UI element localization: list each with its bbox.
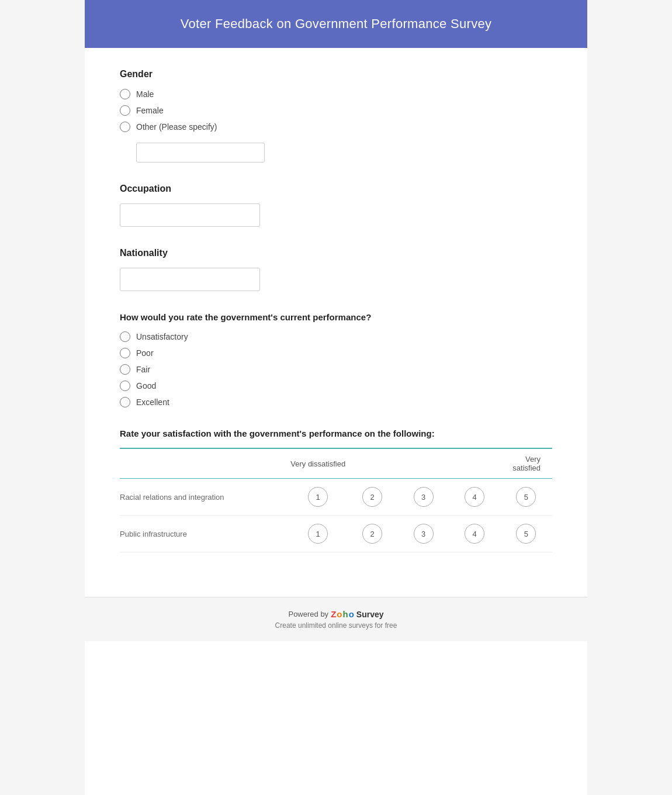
rating-radio-unsatisfactory[interactable] (120, 331, 130, 342)
header-col-empty2 (398, 448, 449, 479)
nationality-label: Nationality (120, 248, 552, 258)
rating-cell-1-3[interactable]: 4 (449, 516, 500, 552)
survey-header: Voter Feedback on Government Performance… (85, 0, 587, 48)
rating-radio-label-1-2[interactable]: 3 (414, 524, 434, 544)
powered-by-text: Powered by (288, 610, 328, 618)
rating-cell-1-0[interactable]: 1 (289, 516, 347, 552)
rating-radio-label-1-4[interactable]: 5 (516, 524, 536, 544)
rating-option-unsatisfactory[interactable]: Unsatisfactory (120, 331, 552, 342)
nationality-section: Nationality (120, 248, 552, 291)
header-col-left (120, 448, 289, 479)
rating-radio-label-0-0[interactable]: 1 (308, 487, 328, 507)
satisfaction-question-text: Rate your satisfaction with the governme… (120, 428, 552, 438)
gender-other-input[interactable] (136, 143, 265, 163)
rating-radio-fair[interactable] (120, 364, 130, 375)
occupation-section: Occupation (120, 184, 552, 227)
zoho-z: Z (331, 609, 336, 619)
row-label-0: Racial relations and integration (120, 479, 289, 516)
gender-option-male[interactable]: Male (120, 89, 552, 99)
gender-radio-male[interactable] (120, 89, 130, 99)
survey-title: Voter Feedback on Government Performance… (108, 16, 564, 32)
rating-radio-label-0-1[interactable]: 2 (362, 487, 382, 507)
header-col-dissatisfied: Very dissatisfied (289, 448, 347, 479)
rating-radio-good[interactable] (120, 381, 130, 391)
rating-radio-label-0-3[interactable]: 4 (465, 487, 484, 507)
rating-cell-0-1[interactable]: 2 (347, 479, 398, 516)
survey-brand-text: Survey (356, 610, 384, 619)
rating-radio-excellent[interactable] (120, 397, 130, 407)
rating-radio-label-0-2[interactable]: 3 (414, 487, 434, 507)
gender-label: Gender (120, 69, 552, 80)
performance-rating-section: How would you rate the government's curr… (120, 312, 552, 407)
rating-option-poor[interactable]: Poor (120, 348, 552, 358)
gender-label-other: Other (Please specify) (136, 122, 217, 132)
zoho-o: o (337, 609, 342, 619)
rating-option-good[interactable]: Good (120, 381, 552, 391)
rating-label-fair: Fair (136, 365, 150, 374)
rating-cell-0-3[interactable]: 4 (449, 479, 500, 516)
rating-cell-0-2[interactable]: 3 (398, 479, 449, 516)
rating-radio-label-0-4[interactable]: 5 (516, 487, 536, 507)
rating-label-good: Good (136, 381, 156, 390)
table-row: Public infrastructure12345 (120, 516, 552, 552)
rating-label-poor: Poor (136, 348, 154, 358)
zoho-logo: Zoho (331, 609, 354, 619)
gender-radio-female[interactable] (120, 105, 130, 116)
occupation-label: Occupation (120, 184, 552, 194)
rating-cell-0-0[interactable]: 1 (289, 479, 347, 516)
rating-label-excellent: Excellent (136, 398, 169, 407)
satisfaction-section: Rate your satisfaction with the governme… (120, 428, 552, 552)
header-col-satisfied: Very satisfied (500, 448, 552, 479)
table-row: Racial relations and integration12345 (120, 479, 552, 516)
rating-radio-label-1-3[interactable]: 4 (465, 524, 484, 544)
page-wrapper: Voter Feedback on Government Performance… (85, 0, 587, 795)
rating-option-fair[interactable]: Fair (120, 364, 552, 375)
header-col-empty3 (449, 448, 500, 479)
satisfaction-table: Very dissatisfied Very satisfied Racial … (120, 448, 552, 552)
rating-radio-poor[interactable] (120, 348, 130, 358)
occupation-input[interactable] (120, 203, 260, 227)
page-footer: Powered by Zoho Survey Create unlimited … (85, 597, 587, 641)
rating-cell-1-2[interactable]: 3 (398, 516, 449, 552)
header-col-empty1 (347, 448, 398, 479)
gender-option-other[interactable]: Other (Please specify) (120, 122, 552, 132)
gender-label-male: Male (136, 89, 154, 99)
performance-rating-question: How would you rate the government's curr… (120, 312, 552, 322)
zoho-o2: o (349, 609, 354, 619)
gender-label-female: Female (136, 106, 164, 115)
rating-cell-0-4[interactable]: 5 (500, 479, 552, 516)
gender-radio-other[interactable] (120, 122, 130, 132)
zoho-h: h (342, 609, 348, 619)
rating-radio-label-1-0[interactable]: 1 (308, 524, 328, 544)
rating-cell-1-4[interactable]: 5 (500, 516, 552, 552)
rating-radio-label-1-1[interactable]: 2 (362, 524, 382, 544)
rating-label-unsatisfactory: Unsatisfactory (136, 332, 188, 341)
gender-radio-group: Male Female Other (Please specify) (120, 89, 552, 163)
gender-option-female[interactable]: Female (120, 105, 552, 116)
footer-brand: Powered by Zoho Survey (96, 609, 576, 619)
satisfaction-table-header: Very dissatisfied Very satisfied (120, 448, 552, 479)
nationality-input[interactable] (120, 268, 260, 291)
gender-section: Gender Male Female Other (Please specify… (120, 69, 552, 163)
rating-option-excellent[interactable]: Excellent (120, 397, 552, 407)
footer-tagline: Create unlimited online surveys for free (96, 621, 576, 630)
performance-radio-group: Unsatisfactory Poor Fair Good Excellent (120, 331, 552, 407)
row-label-1: Public infrastructure (120, 516, 289, 552)
form-body: Gender Male Female Other (Please specify… (85, 48, 587, 597)
rating-cell-1-1[interactable]: 2 (347, 516, 398, 552)
